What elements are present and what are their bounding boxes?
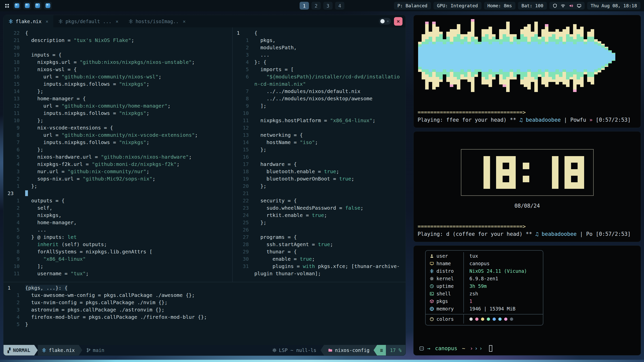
code-line[interactable]: 9 "x86_64-linux" (4, 255, 232, 263)
code-line[interactable]: 22 security = { (233, 197, 406, 204)
launcher-app-1[interactable] (13, 2, 21, 10)
code-line[interactable]: 3 astronvim = pkgs.callPackage ./astronv… (4, 306, 406, 313)
code-line[interactable]: 11 username = "tux"; (4, 270, 232, 277)
code-line[interactable]: 12 (233, 124, 406, 131)
launcher-app-4[interactable] (44, 2, 52, 10)
code-line[interactable]: 11 inputs.nixpkgs.follows = "nixpkgs"; (4, 110, 232, 117)
code-line[interactable]: 9 nix-vscode-extensions = { (4, 124, 232, 131)
code-line[interactable]: 4 firefox-mod-blur = pkgs.callPackage ./… (4, 313, 406, 321)
tray-privacy[interactable] (553, 4, 557, 8)
app-menu-button[interactable] (4, 2, 11, 9)
launcher-app-2[interactable] (23, 2, 31, 10)
code-line[interactable]: 23 sudo.wheelNeedsPassword = false; (233, 204, 406, 212)
code-line[interactable]: 3 nur.url = "github:nix-community/nur"; (4, 168, 232, 175)
code-line[interactable]: 18 nixpkgs.url = "github:nixos/nixpkgs/n… (4, 59, 232, 66)
code-line[interactable]: 29 thunar = { (233, 248, 406, 255)
code-line[interactable]: 31 plugins = with pkgs.xfce; [thunar-arc… (233, 263, 406, 270)
code-line[interactable]: 5 nixos-hardware.url = "github:nixos/nix… (4, 153, 232, 161)
tab-close-icon[interactable]: × (183, 19, 185, 24)
code-line[interactable]: 10 (233, 110, 406, 117)
code-line[interactable]: 15 }; (233, 146, 406, 153)
editor-pane-pkgs-default[interactable]: 1{pkgs, ...}: {1 tux-awesome-wm-config =… (4, 282, 406, 345)
code-line[interactable]: 7 inputs.nixpkgs.follows = "nixpkgs"; (4, 139, 232, 146)
code-line[interactable]: 8 forAllSystems = nixpkgs.lib.genAttrs [ (4, 248, 232, 255)
code-line[interactable]: 5 imports = [ (233, 66, 406, 73)
code-line[interactable]: 6 "${modulesPath}/installer/cd-dvd/insta… (233, 73, 406, 80)
theme-toggle[interactable] (379, 18, 391, 25)
editor-pane-flake[interactable]: 22{21 description = "tux's NixOS Flake";… (4, 27, 232, 282)
code-line[interactable]: 21 (233, 190, 406, 197)
code-line[interactable]: 25 }; (233, 219, 406, 226)
code-line[interactable]: 14 hostName = "iso"; (233, 139, 406, 146)
code-line[interactable]: 16 url = "github:nix-community/nixos-wsl… (4, 73, 232, 80)
tab-hosts-isoImag-[interactable]: hosts/isoImag..× (124, 15, 191, 27)
tray-volume[interactable] (569, 4, 573, 8)
editor-pane-iso-image[interactable]: 1{1 pkgs,2 modulesPath,3 ...4}: {5 impor… (233, 27, 406, 282)
code-line[interactable]: 21 description = "tux's NixOS Flake"; (4, 37, 232, 44)
code-line[interactable]: 5 ... (4, 226, 232, 234)
code-line[interactable]: 8 ../../modules/nixos/desktop/awesome (233, 95, 406, 102)
code-line[interactable]: 24 rtkit.enable = true; (233, 212, 406, 219)
code-line[interactable]: 20 (4, 44, 232, 51)
workspace-tag-2[interactable]: 2 (311, 2, 321, 10)
code-line[interactable]: 19 bluetooth.powerOnBoot = true; (233, 175, 406, 183)
tray-wifi[interactable] (561, 4, 565, 8)
shell-prompt[interactable]: → canopus ~ ››› (414, 345, 641, 355)
tab-pkgs-default-[interactable]: pkgs/default ...× (53, 15, 123, 27)
code-line[interactable]: 10 }; (4, 117, 232, 124)
code-line[interactable]: 26 (233, 226, 406, 234)
tab-flake-nix[interactable]: flake.nix× (4, 15, 53, 27)
code-line[interactable]: 2 sops-nix.url = "github:Mic92/sops-nix"… (4, 175, 232, 183)
code-line[interactable]: 11 nixpkgs.hostPlatform = "x86_64-linux"… (233, 117, 406, 124)
code-line[interactable]: 18 bluetooth.enable = true; (233, 168, 406, 175)
tab-close-icon[interactable]: × (115, 19, 118, 24)
code-line[interactable]: 28 ssh.startAgent = true; (233, 241, 406, 248)
code-line[interactable]: 1 outputs = { (4, 197, 232, 204)
code-line[interactable]: 23 (4, 190, 232, 197)
code-line[interactable]: 9 ]; (233, 102, 406, 110)
code-line[interactable]: 2 self, (4, 204, 232, 212)
code-line[interactable]: 7 ../../modules/nixos/default.nix (233, 88, 406, 95)
window-close-button[interactable]: × (394, 17, 403, 26)
code-line[interactable]: 20 }; (233, 183, 406, 190)
code-line[interactable]: 13 networking = { (233, 131, 406, 139)
code-line[interactable]: 22{ (4, 29, 232, 37)
code-line[interactable]: 30 enable = true; (233, 255, 406, 263)
code-line[interactable]: 15 inputs.nixpkgs.follows = "nixpkgs"; (4, 80, 232, 88)
code-line[interactable]: 1{ (233, 29, 406, 37)
code-line[interactable]: 14 }; (4, 88, 232, 95)
code-line[interactable]: 12 url = "github:nix-community/home-mana… (4, 102, 232, 110)
workspace-tag-1[interactable]: 1 (300, 2, 309, 10)
tray-screen[interactable] (577, 4, 581, 8)
code-line[interactable]: 8 url = "github:nix-community/nix-vscode… (4, 131, 232, 139)
code-line[interactable]: 7 inherit (self) outputs; (4, 241, 232, 248)
code-line[interactable]: 17 nixos-wsl = { (4, 66, 232, 73)
code-line[interactable]: 2 modulesPath, (233, 44, 406, 51)
launcher-app-3[interactable] (34, 2, 42, 10)
code-line[interactable]: 1 }; (4, 183, 232, 190)
code-line[interactable]: 1 pkgs, (233, 37, 406, 44)
code-line[interactable]: 2 tux-nvim-config = pkgs.callPackage ./n… (4, 299, 406, 306)
code-line[interactable]: n-cd-minimal.nix" (233, 80, 406, 88)
line-number: 1 (233, 29, 254, 37)
code-line[interactable]: 6 } @ inputs: let (4, 234, 232, 241)
code-line[interactable]: 4 nixpkgs-f2k.url = "github:moni-dz/nixp… (4, 161, 232, 168)
code-line[interactable]: 4}: { (233, 59, 406, 66)
code-line[interactable]: 10 ]; (4, 263, 232, 270)
tab-close-icon[interactable]: × (46, 19, 48, 24)
code-line[interactable]: 3 ... (233, 51, 406, 59)
code-line[interactable]: 1{pkgs, ...}: { (4, 284, 406, 292)
code-line[interactable]: 1 tux-awesome-wm-config = pkgs.callPacka… (4, 292, 406, 299)
workspace-tag-3[interactable]: 3 (323, 2, 333, 10)
code-line[interactable]: 4 home-manager, (4, 219, 232, 226)
code-line[interactable]: 19 inputs = { (4, 51, 232, 59)
code-line[interactable]: 17 hardware = { (233, 161, 406, 168)
workspace-tag-4[interactable]: 4 (335, 2, 344, 10)
code-line[interactable]: 6 }; (4, 146, 232, 153)
code-line[interactable]: plugin thunar-volman]; (233, 270, 406, 277)
code-line[interactable]: 3 nixpkgs, (4, 212, 232, 219)
code-line[interactable]: 13 home-manager = { (4, 95, 232, 102)
code-line[interactable]: 27 programs = { (233, 234, 406, 241)
code-line[interactable]: 16 (233, 153, 406, 161)
code-line[interactable]: 5} (4, 321, 406, 328)
